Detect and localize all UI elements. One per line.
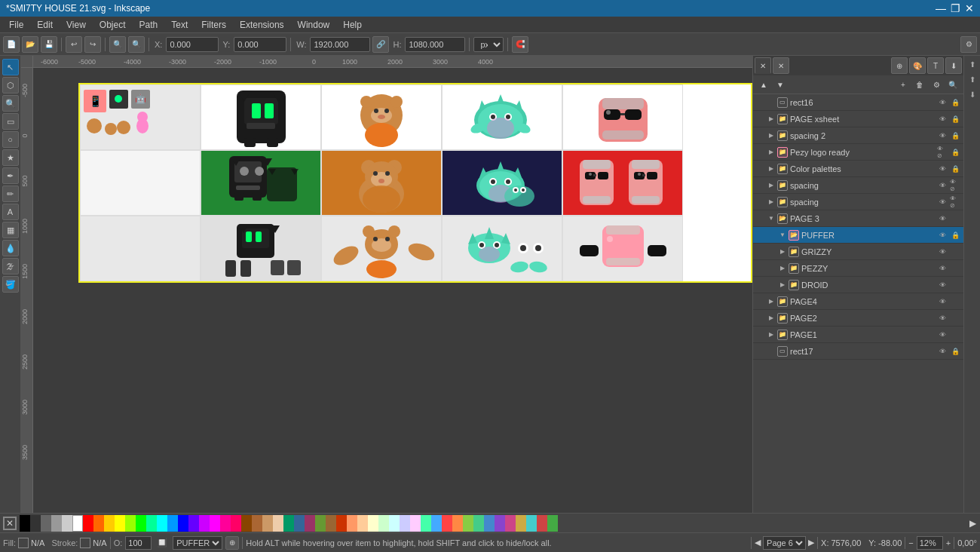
color-dark[interactable] bbox=[30, 515, 41, 532]
color-forest[interactable] bbox=[547, 515, 558, 532]
color-gray[interactable] bbox=[41, 515, 51, 532]
expand-icon[interactable]: ▶ bbox=[767, 331, 775, 339]
color-red[interactable] bbox=[83, 515, 93, 532]
enter-group-btn[interactable]: ⊕ bbox=[225, 536, 239, 550]
spray-tool[interactable]: 🌫 bbox=[2, 258, 19, 274]
color-cyan-green[interactable] bbox=[146, 515, 157, 532]
visibility-icon[interactable]: 👁 bbox=[937, 180, 948, 191]
layer-puffer[interactable]: ▼ 📂 PUFFER 👁 🔒 bbox=[753, 227, 963, 244]
color-brick[interactable] bbox=[336, 515, 347, 532]
color-sky[interactable] bbox=[167, 515, 178, 532]
color-blue[interactable] bbox=[178, 515, 188, 532]
expand-icon[interactable]: ▶ bbox=[767, 182, 775, 189]
lock-icon[interactable]: 👁⊘ bbox=[950, 180, 960, 191]
layer-page2[interactable]: ▶ 📁 PAGE2 👁 bbox=[753, 310, 963, 327]
color-magenta[interactable] bbox=[210, 515, 220, 532]
layer-spacing2[interactable]: ▶ 📁 spacing 2 👁 🔒 bbox=[753, 127, 963, 144]
visibility-icon[interactable]: 👁 bbox=[937, 114, 948, 124]
expand-icon[interactable]: ▼ bbox=[779, 232, 786, 239]
visibility-icon[interactable]: 👁 bbox=[937, 97, 948, 108]
snap-top-btn[interactable]: ⬆ bbox=[966, 57, 979, 71]
canvas-area[interactable]: -6000 -5000 -4000 -3000 -2000 -1000 0 10… bbox=[21, 56, 752, 513]
layer-rect16[interactable]: ▭ rect16 👁 🔒 bbox=[753, 94, 963, 111]
circle-tool[interactable]: ○ bbox=[2, 131, 19, 148]
visibility-icon[interactable]: 👁 bbox=[937, 280, 948, 290]
layer-search-btn[interactable]: 🔍 bbox=[945, 77, 960, 92]
undo-btn[interactable]: ↩ bbox=[66, 36, 82, 53]
layer-page4[interactable]: ▶ 📁 PAGE4 👁 bbox=[753, 293, 963, 310]
redo-btn[interactable]: ↪ bbox=[84, 36, 101, 53]
tab-xml[interactable]: ✕ bbox=[755, 57, 771, 74]
color-lgray[interactable] bbox=[51, 515, 62, 532]
layer-page-xsheet[interactable]: ▶ 📁 PAGE xsheet 👁 🔒 bbox=[753, 111, 963, 127]
text-tool[interactable]: A bbox=[2, 204, 19, 220]
lock-aspect-btn[interactable]: 🔗 bbox=[372, 36, 389, 53]
lock-icon[interactable]: 🔒 bbox=[950, 164, 960, 174]
window-controls[interactable]: — ❐ ✕ bbox=[936, 2, 974, 14]
visibility-icon[interactable]: 👁 bbox=[937, 313, 948, 324]
visibility-icon[interactable]: 👁 bbox=[937, 164, 948, 174]
zoom-out-status-btn[interactable]: − bbox=[908, 538, 913, 547]
color-ice[interactable] bbox=[389, 515, 400, 532]
color-spring[interactable] bbox=[421, 515, 431, 532]
snap-bot-btn[interactable]: ⬇ bbox=[966, 87, 979, 101]
rect-tool[interactable]: ▭ bbox=[2, 113, 19, 130]
color-black[interactable] bbox=[20, 515, 30, 532]
color-tan[interactable] bbox=[252, 515, 262, 532]
color-peach2[interactable] bbox=[357, 515, 368, 532]
zoom-input[interactable] bbox=[917, 536, 943, 550]
menu-edit[interactable]: Edit bbox=[31, 18, 59, 32]
color-pink[interactable] bbox=[220, 515, 231, 532]
expand-icon[interactable] bbox=[767, 348, 775, 355]
color-white[interactable] bbox=[72, 515, 83, 532]
zoom-in-btn[interactable]: 🔍 bbox=[109, 36, 126, 53]
color-teal[interactable] bbox=[283, 515, 294, 532]
zoom-out-btn[interactable]: 🔍 bbox=[128, 36, 145, 53]
color-orange[interactable] bbox=[93, 515, 104, 532]
save-btn[interactable]: 💾 bbox=[41, 36, 57, 53]
expand-icon[interactable]: ▼ bbox=[767, 215, 775, 222]
visibility-icon[interactable]: 👁 bbox=[937, 346, 948, 357]
color-khaki[interactable] bbox=[326, 515, 336, 532]
lock-icon[interactable] bbox=[950, 330, 960, 340]
menu-text[interactable]: Text bbox=[165, 18, 194, 32]
pencil-tool[interactable]: ✏ bbox=[2, 186, 19, 202]
scroll-right-btn[interactable]: ▶ bbox=[969, 515, 980, 532]
pen-tool[interactable]: ✒ bbox=[2, 167, 19, 184]
lock-icon[interactable]: 👁⊘ bbox=[950, 197, 960, 207]
color-gold[interactable] bbox=[516, 515, 526, 532]
visibility-icon[interactable]: 👁 bbox=[937, 197, 948, 207]
select-tool[interactable]: ↖ bbox=[2, 59, 19, 75]
layer-rect17[interactable]: ▭ rect17 👁 🔒 bbox=[753, 343, 963, 360]
color-lavender[interactable] bbox=[400, 515, 410, 532]
expand-icon[interactable]: ▶ bbox=[779, 281, 786, 289]
visibility-icon[interactable]: 👁 bbox=[937, 330, 948, 340]
fill-swatch[interactable] bbox=[18, 538, 29, 548]
no-color-swatch[interactable]: ✕ bbox=[3, 517, 17, 530]
color-strip[interactable] bbox=[20, 515, 969, 532]
color-blush[interactable] bbox=[410, 515, 421, 532]
x-input[interactable] bbox=[166, 37, 219, 52]
page-select[interactable]: Page 6 bbox=[763, 536, 806, 550]
canvas-wrapper[interactable]: 📱 🤖 bbox=[33, 68, 752, 513]
next-page-btn[interactable]: ▶ bbox=[808, 538, 814, 547]
color-lime[interactable] bbox=[463, 515, 473, 532]
opacity-input[interactable] bbox=[125, 536, 152, 550]
color-cream[interactable] bbox=[368, 515, 378, 532]
expand-icon[interactable] bbox=[767, 99, 775, 106]
expand-icon[interactable]: ▶ bbox=[767, 165, 775, 173]
color-raspberry[interactable] bbox=[505, 515, 516, 532]
layer-droid[interactable]: ▶ 📁 DROID 👁 bbox=[753, 277, 963, 293]
visibility-icon[interactable]: 👁 bbox=[937, 213, 948, 224]
snap-config-btn[interactable]: ⚙ bbox=[960, 36, 977, 53]
color-coral[interactable] bbox=[452, 515, 463, 532]
layer-pezy-logo[interactable]: ▶ 📁 Pezy logo ready 👁⊘ 🔒 bbox=[753, 144, 963, 161]
prev-page-btn[interactable]: ◀ bbox=[755, 538, 761, 547]
object-select[interactable]: PUFFER bbox=[173, 536, 222, 550]
expand-icon[interactable]: ▶ bbox=[767, 115, 775, 123]
color-violet[interactable] bbox=[188, 515, 199, 532]
color-hot-pink[interactable] bbox=[231, 515, 241, 532]
visibility-icon[interactable]: 👁 bbox=[937, 296, 948, 307]
visibility-icon[interactable]: 👁 bbox=[937, 230, 948, 241]
color-peach[interactable] bbox=[273, 515, 283, 532]
